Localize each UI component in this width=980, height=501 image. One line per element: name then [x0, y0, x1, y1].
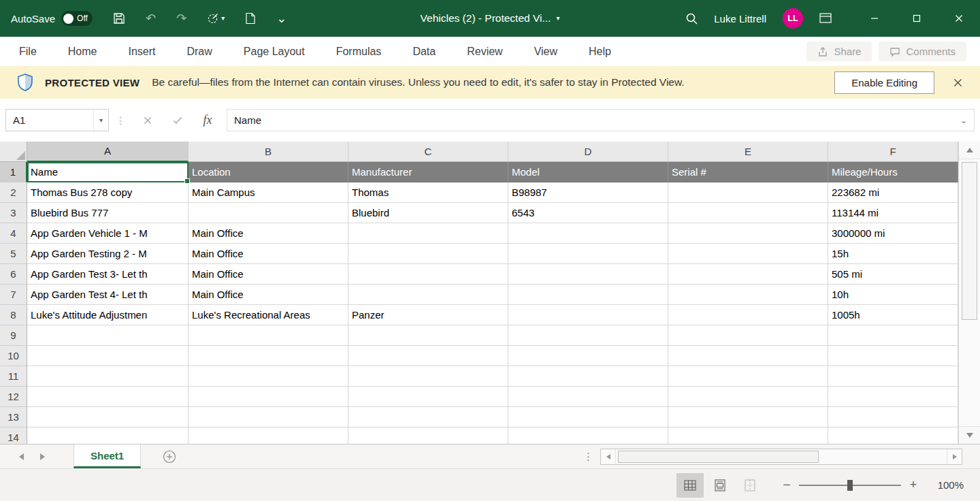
cell-B13[interactable]: [189, 407, 348, 427]
share-button[interactable]: Share: [806, 42, 872, 61]
zoom-level[interactable]: 100%: [928, 479, 964, 491]
scroll-down-button[interactable]: [959, 426, 980, 444]
cell-F12[interactable]: [828, 387, 958, 407]
cell-D13[interactable]: [508, 407, 668, 427]
row-header-6[interactable]: 6: [0, 264, 27, 285]
ribbon-tab-home[interactable]: Home: [68, 46, 97, 58]
cell-F13[interactable]: [828, 407, 958, 427]
ribbon-tab-file[interactable]: File: [19, 46, 37, 58]
cell-C11[interactable]: [348, 366, 508, 387]
ribbon-tab-insert[interactable]: Insert: [128, 46, 155, 58]
sheetbar-splitter[interactable]: ⋮: [576, 451, 600, 463]
row-header-11[interactable]: 11: [0, 366, 27, 387]
scroll-up-button[interactable]: [959, 142, 980, 159]
cell-D11[interactable]: [508, 366, 668, 387]
page-break-preview-button[interactable]: [736, 473, 764, 498]
row-header-7[interactable]: 7: [0, 285, 27, 305]
name-box-dropdown-icon[interactable]: ▾: [93, 110, 108, 131]
row-header-8[interactable]: 8: [0, 305, 27, 325]
cell-D14[interactable]: [508, 427, 668, 444]
ribbon-tab-data[interactable]: Data: [412, 46, 436, 58]
zoom-out-button[interactable]: −: [779, 477, 795, 493]
row-header-5[interactable]: 5: [0, 244, 27, 264]
cell-F5[interactable]: 15h: [828, 244, 958, 264]
select-all-corner[interactable]: [0, 142, 27, 162]
enable-editing-button[interactable]: Enable Editing: [834, 71, 934, 94]
cell-D6[interactable]: [508, 264, 668, 285]
ribbon-tab-formulas[interactable]: Formulas: [336, 46, 382, 58]
cell-D12[interactable]: [508, 387, 668, 407]
save-button[interactable]: [113, 12, 125, 25]
formula-input[interactable]: Name ⌄: [227, 109, 975, 131]
account-name[interactable]: Luke Littrell: [714, 13, 766, 25]
name-box[interactable]: A1 ▾: [5, 109, 109, 131]
cell-C7[interactable]: [348, 285, 508, 305]
cell-A12[interactable]: [27, 387, 189, 407]
cell-D5[interactable]: [508, 244, 668, 264]
cell-E3[interactable]: [668, 203, 828, 223]
maximize-button[interactable]: [896, 0, 938, 37]
cell-B12[interactable]: [189, 387, 348, 407]
ribbon-tab-help[interactable]: Help: [589, 46, 611, 58]
cell-A10[interactable]: [27, 346, 189, 366]
cell-E9[interactable]: [668, 325, 828, 346]
cell-E10[interactable]: [668, 346, 828, 366]
cell-E14[interactable]: [668, 427, 828, 444]
column-header-b[interactable]: B: [189, 142, 348, 162]
cell-A13[interactable]: [27, 407, 189, 427]
formula-bar-expand-icon[interactable]: ⌄: [960, 116, 974, 125]
quick-command-button[interactable]: [245, 12, 256, 25]
cell-A14[interactable]: [27, 427, 189, 444]
cell-C14[interactable]: [348, 427, 508, 444]
cell-C1[interactable]: Manufacturer: [348, 162, 508, 182]
cell-C5[interactable]: [348, 244, 508, 264]
column-header-d[interactable]: D: [508, 142, 668, 162]
cell-B8[interactable]: Luke's Recreational Areas: [189, 305, 348, 325]
cell-D2[interactable]: B98987: [508, 182, 668, 203]
search-button[interactable]: [685, 12, 698, 25]
cell-E13[interactable]: [668, 407, 828, 427]
autosave-toggle[interactable]: AutoSave Off: [11, 11, 93, 26]
cell-A1[interactable]: Name: [27, 162, 189, 182]
cell-F10[interactable]: [828, 346, 958, 366]
row-header-10[interactable]: 10: [0, 346, 27, 366]
sheet-nav-left-button[interactable]: [11, 453, 32, 460]
cell-A11[interactable]: [27, 366, 189, 387]
row-header-13[interactable]: 13: [0, 407, 27, 427]
ribbon-display-options-button[interactable]: [819, 13, 832, 24]
cell-D10[interactable]: [508, 346, 668, 366]
cell-E2[interactable]: [668, 182, 828, 203]
cell-C8[interactable]: Panzer: [348, 305, 508, 325]
cell-C10[interactable]: [348, 346, 508, 366]
zoom-slider-thumb[interactable]: [847, 480, 853, 491]
cell-A8[interactable]: Luke's Attitude Adjustmen: [27, 305, 189, 325]
ribbon-tab-draw[interactable]: Draw: [186, 46, 212, 58]
row-header-9[interactable]: 9: [0, 325, 27, 346]
cell-B9[interactable]: [189, 325, 348, 346]
qat-customize-button[interactable]: ⌄: [276, 12, 287, 25]
cell-A6[interactable]: App Garden Test 3- Let th: [27, 264, 189, 285]
cell-D4[interactable]: [508, 223, 668, 244]
horizontal-scroll-thumb[interactable]: [618, 451, 819, 463]
cell-F11[interactable]: [828, 366, 958, 387]
cell-B7[interactable]: Main Office: [189, 285, 348, 305]
cell-F2[interactable]: 223682 mi: [828, 182, 958, 203]
zoom-slider[interactable]: [799, 479, 901, 492]
cell-B11[interactable]: [189, 366, 348, 387]
ribbon-tab-review[interactable]: Review: [467, 46, 502, 58]
cell-B4[interactable]: Main Office: [189, 223, 348, 244]
cell-B10[interactable]: [189, 346, 348, 366]
cell-B2[interactable]: Main Campus: [189, 182, 348, 203]
close-protected-bar-button[interactable]: [947, 78, 969, 87]
cell-C13[interactable]: [348, 407, 508, 427]
ribbon-tab-view[interactable]: View: [534, 46, 557, 58]
cell-C2[interactable]: Thomas: [348, 182, 508, 203]
row-header-2[interactable]: 2: [0, 182, 27, 203]
column-header-e[interactable]: E: [668, 142, 828, 162]
cell-E8[interactable]: [668, 305, 828, 325]
normal-view-button[interactable]: [676, 473, 704, 498]
row-header-4[interactable]: 4: [0, 223, 27, 244]
cell-E6[interactable]: [668, 264, 828, 285]
horizontal-scrollbar[interactable]: [600, 449, 962, 465]
undo-button[interactable]: ↶: [146, 12, 156, 25]
